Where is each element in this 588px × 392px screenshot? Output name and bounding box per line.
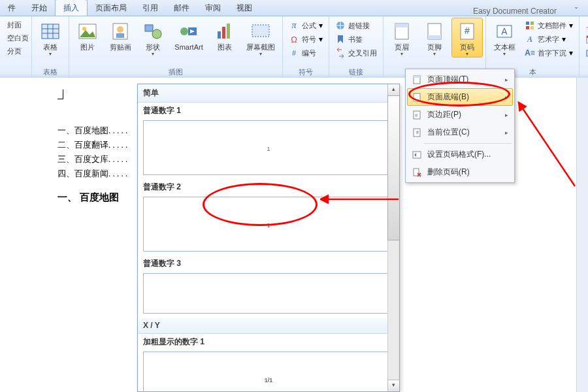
textbox-icon: A [494,21,515,42]
svg-rect-21 [428,35,441,39]
chart-icon [214,21,235,42]
scroll-down-icon[interactable]: ▾ [387,380,400,392]
object-button[interactable]: 对象 ▾ [582,46,588,59]
gallery-scrollbar[interactable]: ▴ ▾ [387,84,399,391]
menu-page-top[interactable]: 页面顶端(T)▸ [407,71,513,88]
object-icon [585,48,588,58]
group-label-table: 表格 [35,67,66,78]
footer-button[interactable]: 页脚▾ [419,18,450,57]
svg-point-12 [180,27,188,35]
svg-rect-29 [531,26,534,29]
svg-point-6 [82,27,86,31]
scroll-up-icon[interactable]: ▴ [387,84,400,96]
gallery-header: X / Y [138,318,399,334]
group-label-symbols: 符号 [286,67,326,78]
menu-format-page-numbers[interactable]: 设置页码格式(F)... [407,146,513,163]
menu-remove-page-numbers[interactable]: 删除页码(R) [407,163,513,181]
svg-rect-13 [218,31,221,39]
tab-insert[interactable]: 插入 [55,0,88,16]
remove-icon [412,167,422,178]
gallery-item-label[interactable]: 普通数字 2 [138,179,399,195]
tab-home[interactable]: 开始 [24,0,55,16]
textbox-button[interactable]: A文本框▾ [489,18,520,57]
tab-layout[interactable]: 页面布局 [88,0,135,16]
symbol-button[interactable]: Ω符号 ▾ [286,33,326,46]
wordart-icon: A [525,34,535,44]
cover-page-button[interactable]: 封面 [4,19,32,31]
group-label-illustrations: 插图 [72,67,280,78]
tab-references[interactable]: 引用 [135,0,166,16]
document-title: Easy Document Creator [473,7,570,16]
gallery-preview[interactable]: 1/1 [143,351,394,392]
screenshot-icon [250,21,271,42]
page-top-icon [412,74,422,85]
number-button[interactable]: #编号 [286,46,326,59]
datetime-icon [585,34,588,44]
svg-rect-9 [116,33,124,38]
gallery-preview[interactable]: 1 [143,197,394,252]
bookmark-button[interactable]: 书签 [332,33,380,46]
quickparts-button[interactable]: 文档部件 ▾ [521,19,576,32]
menu-page-bottom[interactable]: 页面底端(B)▸ [407,88,513,106]
page-number-menu: 页面顶端(T)▸ 页面底端(B)▸ #页边距(P)▸ #当前位置(C)▸ 设置页… [405,69,515,183]
table-icon [40,21,61,42]
header-icon [391,21,412,42]
clipart-button[interactable]: 剪贴画 [105,18,136,52]
screenshot-button[interactable]: 屏幕截图▾ [242,18,280,57]
picture-button[interactable]: 图片 [72,18,103,52]
tab-review[interactable]: 审阅 [197,0,229,16]
svg-rect-19 [395,24,408,27]
svg-rect-14 [222,27,225,39]
equation-icon: π [289,20,299,31]
symbol-icon: Ω [289,34,299,44]
hyperlink-button[interactable]: 超链接 [332,19,380,32]
svg-rect-43 [414,169,419,176]
tab-view[interactable]: 视图 [229,0,260,16]
menu-current-position[interactable]: #当前位置(C)▸ [407,123,513,141]
svg-point-11 [152,29,161,39]
menu-page-margin[interactable]: #页边距(P)▸ [407,106,513,123]
crossref-button[interactable]: 交叉引用 [332,46,380,59]
dropcap-button[interactable]: A≡首字下沉 ▾ [521,46,576,59]
ribbon-tabs: 件 开始 插入 页面布局 引用 邮件 审阅 视图 Easy Document C… [0,0,588,16]
table-button[interactable]: 表格▾ [35,18,66,57]
svg-text:A: A [501,26,508,37]
tab-mail[interactable]: 邮件 [166,0,197,16]
gallery-item-label[interactable]: 普通数字 1 [138,103,399,119]
shapes-button[interactable]: 形状▾ [137,18,169,57]
signature-button[interactable]: 签名行 ▾ [582,19,588,32]
page-margin-icon: # [412,110,422,120]
current-position-icon: # [412,127,422,138]
chart-button[interactable]: 图表 [209,18,240,52]
quickparts-icon [525,20,535,31]
right-sidebar[interactable] [576,78,588,392]
svg-rect-16 [252,25,269,37]
svg-rect-0 [42,24,59,39]
page-number-gallery: 简单 普通数字 1 1 普通数字 2 1 普通数字 3 X / Y 加粗显示的数… [137,84,400,392]
svg-text:#: # [415,112,418,118]
datetime-button[interactable]: 日期和时间 [582,33,588,46]
svg-text:#: # [416,130,419,135]
shapes-icon [142,21,163,42]
clipart-icon [110,21,131,42]
smartart-button[interactable]: SmartArt [170,18,208,52]
gallery-item-label[interactable]: 加粗显示的数字 1 [138,334,399,350]
tab-file[interactable]: 件 [0,0,24,16]
wordart-button[interactable]: A艺术字 ▾ [521,33,576,46]
gallery-preview[interactable] [143,273,394,314]
dropcap-icon: A≡ [525,48,535,58]
svg-rect-37 [414,99,420,101]
scroll-thumb[interactable] [387,95,400,240]
format-icon [412,150,422,160]
gallery-item-label[interactable]: 普通数字 3 [138,255,399,272]
page-break-button[interactable]: 分页 [4,45,32,57]
equation-button[interactable]: π公式 ▾ [286,19,326,32]
blank-page-button[interactable]: 空白页 [4,32,32,44]
header-button[interactable]: 页眉▾ [386,18,417,57]
svg-rect-27 [531,22,534,25]
gallery-preview[interactable]: 1 [143,120,394,175]
number-icon: # [289,48,299,58]
page-bottom-icon [412,92,422,103]
ribbon-minimize-icon[interactable]: ˇ [570,7,588,16]
page-number-button[interactable]: #页码▾ [451,18,483,57]
